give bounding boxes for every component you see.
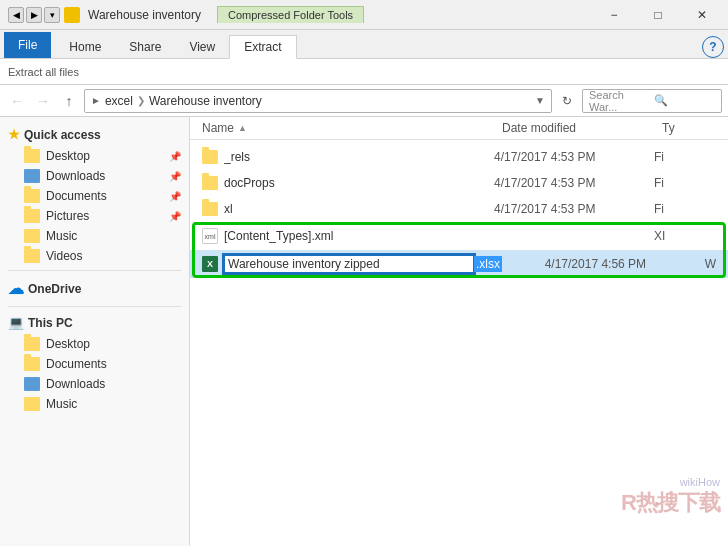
file-name-xl: xl: [224, 202, 494, 216]
sidebar-thispc-header[interactable]: 💻 This PC: [0, 311, 189, 334]
file-type-xl: Fi: [654, 202, 664, 216]
sidebar-item-documents-pc[interactable]: Documents: [0, 354, 189, 374]
documents-folder-icon: [24, 189, 40, 203]
window-controls: − □ ✕: [592, 0, 724, 30]
help-button[interactable]: ?: [702, 36, 724, 58]
search-icon[interactable]: 🔍: [654, 94, 715, 107]
folder-icon-docprops: [202, 176, 218, 190]
sidebar-videos-quick-label: Videos: [46, 249, 82, 263]
compressed-folder-tools-tab[interactable]: Compressed Folder Tools: [217, 6, 364, 23]
sidebar-item-videos-quick[interactable]: Videos: [0, 246, 189, 266]
sidebar-documents-quick-label: Documents: [46, 189, 107, 203]
sidebar-item-downloads-pc[interactable]: Downloads: [0, 374, 189, 394]
sidebar-downloads-label: Downloads: [46, 169, 105, 183]
file-type-rels: Fi: [654, 150, 664, 164]
ribbon-content: Extract all files: [0, 59, 728, 85]
ribbon: File Home Share View Extract ?: [0, 30, 728, 59]
star-icon: ★: [8, 127, 20, 142]
sidebar-downloads-pc-label: Downloads: [46, 377, 105, 391]
sidebar-item-downloads[interactable]: Downloads 📌: [0, 166, 189, 186]
sidebar-item-desktop-quick[interactable]: Desktop 📌: [0, 146, 189, 166]
file-list: _rels 4/17/2017 4:53 PM Fi docProps 4/17…: [190, 140, 728, 546]
sidebar-divider-2: [8, 306, 181, 307]
file-name-content-types: [Content_Types].xml: [224, 229, 494, 243]
folder-icon: [64, 7, 80, 23]
pc-icon: 💻: [8, 315, 24, 330]
file-date-warehouse-zipped: 4/17/2017 4:56 PM: [545, 257, 705, 271]
sidebar-item-documents-quick[interactable]: Documents 📌: [0, 186, 189, 206]
address-box[interactable]: ► excel ❯ Warehouse inventory ▼: [84, 89, 552, 113]
back-button[interactable]: ←: [6, 90, 28, 112]
sidebar-divider-1: [8, 270, 181, 271]
file-type-warehouse-zipped: W: [705, 257, 716, 271]
file-row-warehouse-zipped[interactable]: .xlsx 4/17/2017 4:56 PM W: [190, 250, 728, 278]
ribbon-extract-label: Extract all files: [8, 66, 79, 78]
file-type-content-types: XI: [654, 229, 665, 243]
file-row-xl[interactable]: xl 4/17/2017 4:53 PM Fi: [190, 196, 728, 222]
col-header-type[interactable]: Ty: [662, 121, 675, 135]
music-folder-icon: [24, 229, 40, 243]
title-bar-left: ◀ ▶ ▾ Warehouse inventory: [4, 7, 201, 23]
pc-desktop-icon: [24, 337, 40, 351]
search-box[interactable]: Search War... 🔍: [582, 89, 722, 113]
sidebar-desktop-quick-label: Desktop: [46, 149, 90, 163]
videos-folder-icon: [24, 249, 40, 263]
forward-button[interactable]: →: [32, 90, 54, 112]
pin-icon: 📌: [169, 151, 181, 162]
sidebar-item-pictures-quick[interactable]: Pictures 📌: [0, 206, 189, 226]
sidebar-onedrive-header[interactable]: ☁ OneDrive: [0, 275, 189, 302]
col-date-label: Date modified: [502, 121, 576, 135]
tab-extract[interactable]: Extract: [229, 35, 296, 59]
downloads-icon: [24, 169, 40, 183]
file-list-header: Name ▲ Date modified Ty: [190, 117, 728, 140]
desktop-folder-icon: [24, 149, 40, 163]
sidebar-item-music-pc[interactable]: Music: [0, 394, 189, 414]
address-bar-row: ← → ↑ ► excel ❯ Warehouse inventory ▼ ↻ …: [0, 85, 728, 117]
file-pane: Name ▲ Date modified Ty _rels 4/17/2017 …: [190, 117, 728, 546]
file-date-docprops: 4/17/2017 4:53 PM: [494, 176, 654, 190]
onedrive-icon: ☁: [8, 279, 24, 298]
pictures-folder-icon: [24, 209, 40, 223]
tab-home[interactable]: Home: [55, 36, 115, 58]
rename-input[interactable]: [224, 255, 474, 273]
col-header-name[interactable]: Name ▲: [202, 121, 502, 135]
tb-forward-btn[interactable]: ▶: [26, 7, 42, 23]
file-type-docprops: Fi: [654, 176, 664, 190]
file-name-rels: _rels: [224, 150, 494, 164]
xml-icon: xml: [202, 228, 218, 244]
folder-icon-xl: [202, 202, 218, 216]
up-button[interactable]: ↑: [58, 90, 80, 112]
tb-dropdown-btn[interactable]: ▾: [44, 7, 60, 23]
file-name-docprops: docProps: [224, 176, 494, 190]
file-date-xl: 4/17/2017 4:53 PM: [494, 202, 654, 216]
tab-file[interactable]: File: [4, 32, 51, 58]
sidebar-documents-pc-label: Documents: [46, 357, 107, 371]
col-header-date[interactable]: Date modified: [502, 121, 662, 135]
xlsx-icon: [202, 256, 218, 272]
file-row-rels[interactable]: _rels 4/17/2017 4:53 PM Fi: [190, 144, 728, 170]
sidebar: ★ Quick access Desktop 📌 Downloads 📌 Doc…: [0, 117, 190, 546]
ribbon-tabs: File Home Share View Extract ?: [0, 30, 728, 58]
file-row-docprops[interactable]: docProps 4/17/2017 4:53 PM Fi: [190, 170, 728, 196]
address-arrow-icon: ►: [91, 95, 101, 106]
maximize-button[interactable]: □: [636, 0, 680, 30]
address-chevron-icon: ▼: [535, 95, 545, 106]
sidebar-pictures-quick-label: Pictures: [46, 209, 89, 223]
tb-back-btn[interactable]: ◀: [8, 7, 24, 23]
refresh-button[interactable]: ↻: [556, 90, 578, 112]
file-row-content-types[interactable]: xml [Content_Types].xml XI: [190, 222, 728, 250]
sidebar-quick-access-header[interactable]: ★ Quick access: [0, 123, 189, 146]
tab-share[interactable]: Share: [115, 36, 175, 58]
sidebar-item-music-quick[interactable]: Music: [0, 226, 189, 246]
search-placeholder: Search War...: [589, 89, 650, 113]
pin-icon-downloads: 📌: [169, 171, 181, 182]
close-button[interactable]: ✕: [680, 0, 724, 30]
minimize-button[interactable]: −: [592, 0, 636, 30]
rename-ext-highlight: .xlsx: [474, 256, 502, 272]
sidebar-item-desktop-pc[interactable]: Desktop: [0, 334, 189, 354]
address-separator: ❯: [137, 95, 145, 106]
main-layout: ★ Quick access Desktop 📌 Downloads 📌 Doc…: [0, 117, 728, 546]
pc-documents-icon: [24, 357, 40, 371]
tab-view[interactable]: View: [175, 36, 229, 58]
sort-arrow-icon: ▲: [238, 123, 247, 133]
